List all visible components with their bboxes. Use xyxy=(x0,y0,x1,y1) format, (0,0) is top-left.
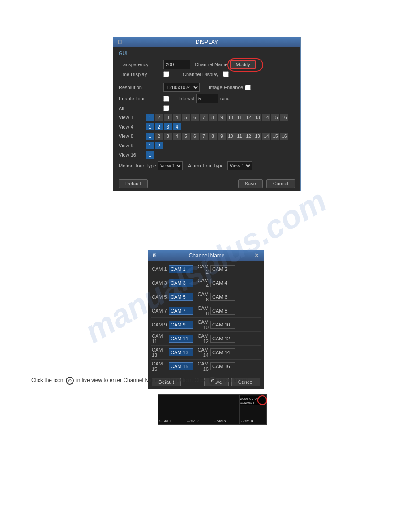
ch-label-7: CAM 7 xyxy=(151,307,169,315)
view1-num-13[interactable]: 13 xyxy=(253,114,261,121)
transparency-label: Transparency xyxy=(119,62,163,67)
all-checkbox[interactable] xyxy=(163,105,169,111)
view1-num-6[interactable]: 6 xyxy=(191,114,199,121)
modify-wrapper: Modify xyxy=(230,60,255,69)
interval-input[interactable] xyxy=(196,94,218,103)
footer-right-buttons: Save Cancel xyxy=(238,179,295,188)
ch-input-4[interactable] xyxy=(210,279,235,287)
cam-grid: CAM 1 CAM 2 CAM 3 2006-07-04 12:29:34 CA… xyxy=(158,395,266,424)
view1-num-10[interactable]: 10 xyxy=(227,114,235,121)
ch-input-9[interactable] xyxy=(169,321,193,329)
ch-label-3: CAM 3 xyxy=(151,279,169,287)
view1-num-3[interactable]: 3 xyxy=(164,114,172,121)
time-display-checkbox[interactable] xyxy=(163,71,169,77)
cam-4-label: CAM 4 xyxy=(241,419,253,423)
ch-input-2[interactable] xyxy=(210,265,235,273)
interval-group: Interval sec. xyxy=(178,94,229,103)
view8-num-9[interactable]: 9 xyxy=(218,133,226,140)
enable-tour-checkbox[interactable] xyxy=(163,96,169,102)
motion-tour-label: Motion Tour Type xyxy=(119,163,156,168)
view8-num-10[interactable]: 10 xyxy=(227,133,235,140)
channel-display-checkbox[interactable] xyxy=(223,71,229,77)
image-enhance-group: Image Enhance xyxy=(209,85,251,90)
ch-input-3[interactable] xyxy=(169,279,193,287)
view1-num-1[interactable]: 1 xyxy=(146,114,154,121)
view1-num-14[interactable]: 14 xyxy=(262,114,270,121)
view8-num-13[interactable]: 13 xyxy=(253,133,261,140)
view9-num-1[interactable]: 1 xyxy=(146,142,154,149)
display-save-btn[interactable]: Save xyxy=(238,179,263,188)
ch-input-16[interactable] xyxy=(210,362,235,370)
image-enhance-checkbox[interactable] xyxy=(245,85,251,90)
view16-num-1[interactable]: 1 xyxy=(146,151,154,159)
ch-input-8[interactable] xyxy=(210,307,235,315)
ch-label-8: CAM 8 xyxy=(193,304,210,317)
view8-num-1[interactable]: 1 xyxy=(146,133,154,140)
view4-num-3[interactable]: 3 xyxy=(164,123,172,130)
view4-num-2[interactable]: 2 xyxy=(155,123,163,130)
ch-label-2: CAM 2 xyxy=(193,262,210,276)
view4-num-1[interactable]: 1 xyxy=(146,123,154,130)
motion-tour-select[interactable]: View 1 xyxy=(158,161,183,170)
view8-num-5[interactable]: 5 xyxy=(182,133,190,140)
ch-label-4: CAM 4 xyxy=(193,276,210,290)
view8-num-3[interactable]: 3 xyxy=(164,133,172,140)
ch-input-12[interactable] xyxy=(210,335,235,343)
view1-num-9[interactable]: 9 xyxy=(218,114,226,121)
modify-button[interactable]: Modify xyxy=(230,60,255,69)
view1-num-4[interactable]: 4 xyxy=(173,114,181,121)
transparency-input[interactable] xyxy=(163,60,190,69)
ch-input-13[interactable] xyxy=(169,348,193,356)
cam-cell-2: CAM 2 xyxy=(185,395,213,424)
ch-input-11[interactable] xyxy=(169,335,193,343)
display-cancel-btn[interactable]: Cancel xyxy=(266,179,295,188)
view1-num-7[interactable]: 7 xyxy=(200,114,208,121)
ch-label-6: CAM 6 xyxy=(193,290,210,304)
view1-num-5[interactable]: 5 xyxy=(182,114,190,121)
display-default-btn[interactable]: Default xyxy=(119,179,148,188)
resolution-select[interactable]: 1280x1024 xyxy=(163,83,200,92)
view8-num-14[interactable]: 14 xyxy=(262,133,270,140)
view9-num-2[interactable]: 2 xyxy=(155,142,163,149)
view16-nums: 1 xyxy=(146,151,154,159)
view16-label: View 16 xyxy=(119,152,146,158)
display-footer: Default Save Cancel xyxy=(113,176,300,191)
view8-num-16[interactable]: 16 xyxy=(280,133,288,140)
camera-icon-filled-ref: ⊙ xyxy=(209,377,217,385)
view4-num-4[interactable]: 4 xyxy=(173,123,181,130)
view8-num-7[interactable]: 7 xyxy=(200,133,208,140)
channel-close-btn[interactable]: ✕ xyxy=(253,252,260,259)
image-enhance-label: Image Enhance xyxy=(209,85,243,90)
view8-num-11[interactable]: 11 xyxy=(235,133,244,140)
alarm-tour-select[interactable]: View 1 xyxy=(227,161,252,170)
ch-input-15[interactable] xyxy=(169,362,193,370)
cam-2-label: CAM 2 xyxy=(187,419,199,423)
view8-num-6[interactable]: 6 xyxy=(191,133,199,140)
view1-num-11[interactable]: 11 xyxy=(235,114,244,121)
view1-num-15[interactable]: 15 xyxy=(271,114,279,121)
view1-num-12[interactable]: 12 xyxy=(244,114,253,121)
ch-input-6[interactable] xyxy=(210,293,235,301)
icon-ref-text: Click the icon xyxy=(31,377,65,383)
view8-num-8[interactable]: 8 xyxy=(209,133,217,140)
channel-dialog: 🖥 Channel Name ✕ CAM 1 CAM 2 CAM 3 CAM 4… xyxy=(148,250,264,389)
channel-dialog-titlebar: 🖥 Channel Name ✕ xyxy=(148,250,264,261)
view1-num-8[interactable]: 8 xyxy=(209,114,217,121)
view1-num-16[interactable]: 16 xyxy=(280,114,288,121)
view8-num-15[interactable]: 15 xyxy=(271,133,279,140)
cam-3-label: CAM 3 xyxy=(214,419,226,423)
ch-input-14[interactable] xyxy=(210,348,235,356)
view8-num-2[interactable]: 2 xyxy=(155,133,163,140)
view8-num-4[interactable]: 4 xyxy=(173,133,181,140)
ch-input-1[interactable] xyxy=(169,265,193,273)
ch-input-7[interactable] xyxy=(169,307,193,315)
view16-row: View 16 1 xyxy=(119,151,295,159)
alarm-tour-label: Alarm Tour Type xyxy=(188,163,224,168)
enable-tour-row: Enable Tour Interval sec. xyxy=(119,94,295,103)
view1-num-2[interactable]: 2 xyxy=(155,114,163,121)
gui-section-label: GUI xyxy=(119,51,295,57)
ch-input-5[interactable] xyxy=(169,293,193,301)
channel-row-1: CAM 3 CAM 4 xyxy=(151,276,261,290)
ch-input-10[interactable] xyxy=(210,321,235,329)
view8-num-12[interactable]: 12 xyxy=(244,133,253,140)
